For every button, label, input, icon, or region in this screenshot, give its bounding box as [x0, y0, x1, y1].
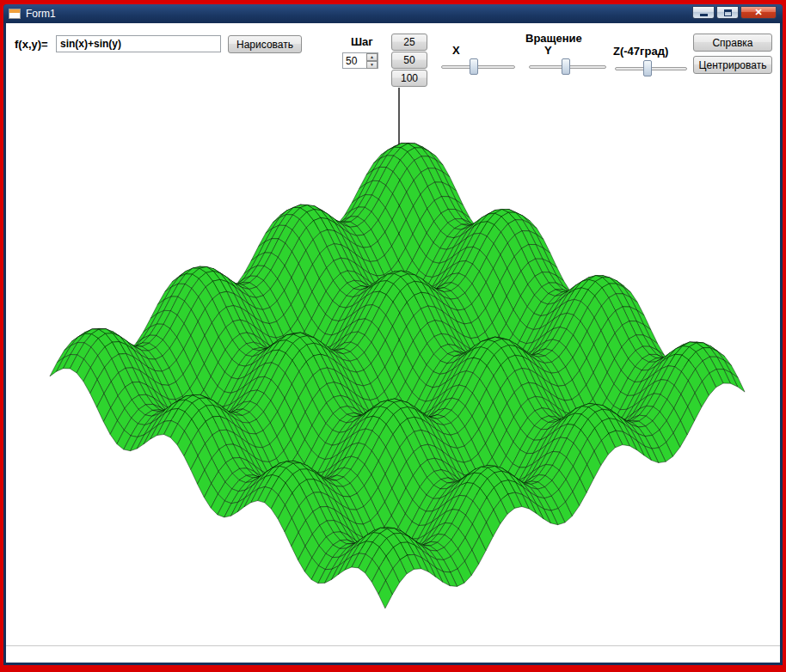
surface-plot-canvas	[6, 88, 780, 645]
maximize-icon	[724, 9, 732, 16]
step-label: Шаг	[351, 35, 373, 48]
slider-z[interactable]	[613, 59, 689, 78]
caption-buttons: ✕	[692, 6, 777, 19]
center-button[interactable]: Центрировать	[693, 56, 772, 74]
slider-y[interactable]	[527, 58, 608, 76]
rotation-header-label: Вращение	[525, 32, 582, 45]
maximize-button[interactable]	[716, 6, 739, 19]
slider-z-thumb[interactable]	[643, 60, 652, 76]
step-value-input[interactable]	[343, 53, 366, 68]
client-area: f(x,y)= Нарисовать Шаг ▲ ▼ 25 50 100 X В…	[6, 23, 780, 663]
step-preset-100-button[interactable]: 100	[391, 70, 427, 87]
step-spin-up-icon[interactable]: ▲	[366, 53, 378, 61]
form-icon	[9, 9, 21, 19]
step-preset-25-button[interactable]: 25	[391, 34, 427, 51]
minimize-icon	[700, 14, 708, 16]
bottom-divider	[6, 645, 780, 646]
slider-x[interactable]	[439, 58, 517, 76]
slider-y-label: Y	[544, 44, 552, 57]
draw-button[interactable]: Нарисовать	[228, 35, 302, 53]
help-button[interactable]: Справка	[693, 34, 772, 52]
screen: { "window": { "title": "Form1" }, "toolb…	[0, 0, 786, 672]
close-icon: ✕	[754, 8, 762, 17]
minimize-button[interactable]	[692, 6, 715, 19]
step-preset-50-button[interactable]: 50	[391, 52, 427, 69]
function-input[interactable]	[56, 35, 221, 52]
step-spinner: ▲ ▼	[366, 53, 378, 68]
slider-x-track	[441, 65, 515, 69]
close-button[interactable]: ✕	[740, 6, 777, 19]
slider-z-label: Z(-47град)	[613, 45, 668, 58]
step-spin-down-icon[interactable]: ▼	[366, 61, 378, 69]
slider-y-thumb[interactable]	[562, 58, 570, 75]
step-numeric-updown: ▲ ▼	[342, 52, 378, 69]
app-window: Form1 ✕ f(x,y)= Нарисовать Шаг ▲ ▼ 25 50…	[3, 4, 783, 665]
window-title: Form1	[26, 8, 56, 20]
title-bar[interactable]: Form1 ✕	[3, 4, 783, 23]
slider-x-thumb[interactable]	[470, 58, 478, 75]
function-label: f(x,y)=	[15, 38, 48, 51]
slider-x-label: X	[452, 44, 460, 57]
